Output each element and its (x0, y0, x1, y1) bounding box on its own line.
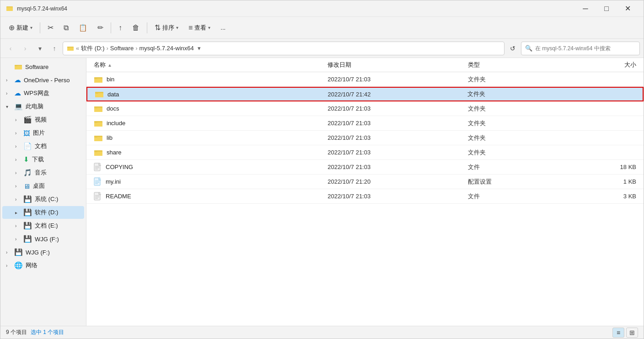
pictures-icon: 🖼 (23, 129, 30, 137)
main-content: Software › ☁ OneDrive - Perso › ☁ WPS网盘 … (0, 58, 644, 326)
address-path[interactable]: « 软件 (D:) › Software › mysql-5.7.24-winx… (63, 42, 504, 55)
file-date-data: 2022/10/7 21:42 (327, 91, 467, 98)
sidebar-item-music[interactable]: › 🎵 音乐 (2, 166, 84, 179)
path-part-1[interactable]: Software (110, 45, 134, 52)
minimize-button[interactable]: ─ (575, 1, 596, 16)
sidebar-item-system-c[interactable]: › 💾 系统 (C:) (2, 193, 84, 206)
chevron-icon-downloads: › (15, 157, 21, 162)
file-row-myini[interactable]: my.ini 2022/10/7 21:20 配置设置 1 KB (86, 175, 644, 189)
file-row-readme[interactable]: README 2022/10/7 21:03 文件 3 KB (86, 189, 644, 204)
chevron-icon-pc: ▾ (6, 104, 11, 109)
file-type-readme: 文件 (468, 192, 561, 201)
documents-icon: 📄 (23, 142, 32, 150)
search-box[interactable]: 🔍 (521, 42, 640, 55)
paste-button[interactable]: 📋 (74, 21, 92, 34)
file-name-readme: README (94, 192, 327, 201)
path-dropdown-chevron[interactable]: ▾ (198, 45, 201, 52)
recent-locations-button[interactable]: ▾ (33, 42, 46, 55)
sidebar-item-network[interactable]: › 🌐 网络 (2, 259, 84, 272)
folder-icon-bin (94, 75, 103, 84)
window-icon (6, 5, 13, 12)
file-name-copying: COPYING (94, 163, 327, 172)
sidebar-label-video: 视频 (35, 116, 80, 124)
sidebar-item-software[interactable]: Software (2, 60, 84, 73)
sidebar-item-onedrive[interactable]: › ☁ OneDrive - Perso (2, 74, 84, 86)
sidebar: Software › ☁ OneDrive - Perso › ☁ WPS网盘 … (0, 58, 86, 326)
file-type-data: 文件夹 (467, 90, 561, 98)
sidebar-item-docs-e[interactable]: › 💾 文档 (E:) (2, 219, 84, 232)
sidebar-label-wjg-f2: WJG (F:) (26, 249, 80, 256)
cut-icon: ✂ (48, 23, 54, 32)
sidebar-item-pictures[interactable]: › 🖼 图片 (2, 127, 84, 139)
more-button[interactable]: ... (216, 22, 230, 33)
folder-icon (14, 63, 22, 70)
file-date-copying: 2022/10/7 21:03 (327, 164, 468, 170)
search-input[interactable] (535, 45, 636, 52)
svg-rect-4 (67, 47, 70, 48)
sidebar-item-wps[interactable]: › ☁ WPS网盘 (2, 87, 84, 100)
copy-icon: ⧉ (64, 24, 69, 32)
refresh-button[interactable]: ↺ (506, 42, 519, 55)
share-button[interactable]: ↑ (114, 21, 127, 34)
close-button[interactable]: ✕ (617, 1, 638, 16)
file-name-data: data (95, 90, 327, 98)
list-view-button[interactable]: ≡ (612, 328, 624, 338)
sidebar-item-pc[interactable]: ▾ 💻 此电脑 (2, 100, 84, 113)
grid-view-button[interactable]: ⊞ (626, 328, 638, 338)
chevron-icon-onedrive: › (6, 78, 11, 83)
file-list: 名称 ▲ 修改日期 类型 大小 (86, 58, 644, 326)
file-date-readme: 2022/10/7 21:03 (327, 193, 468, 200)
drive-c-icon: 💾 (23, 195, 32, 203)
path-part-0[interactable]: 软件 (D:) (81, 44, 104, 53)
window-controls: ─ □ ✕ (575, 1, 638, 16)
header-size[interactable]: 大小 (561, 61, 636, 69)
pc-icon: 💻 (14, 102, 23, 111)
drive-e-icon: 💾 (23, 222, 32, 230)
sidebar-item-desktop[interactable]: › 🖥 桌面 (2, 180, 84, 192)
file-name-lib: lib (94, 134, 327, 142)
forward-button[interactable]: › (19, 42, 32, 55)
new-button[interactable]: ⊕ 新建 ▾ (4, 21, 37, 34)
cut-button[interactable]: ✂ (43, 21, 58, 34)
back-button[interactable]: ‹ (4, 42, 17, 55)
folder-icon-docs (94, 105, 103, 113)
sidebar-label-downloads: 下载 (32, 155, 80, 164)
svg-rect-15 (94, 108, 102, 112)
sidebar-label-wjg-f1: WJG (F:) (35, 236, 80, 243)
copy-button[interactable]: ⧉ (59, 21, 73, 34)
sidebar-item-downloads[interactable]: › ⬇ 下载 (2, 153, 84, 166)
delete-button[interactable]: 🗑 (128, 21, 144, 34)
rename-button[interactable]: ✏ (93, 21, 108, 34)
file-row-share[interactable]: share 2022/10/7 21:03 文件夹 (86, 145, 644, 160)
view-button[interactable]: ≡ 查看 ▾ (184, 21, 215, 34)
chevron-icon-pictures: › (15, 131, 21, 136)
drive-f1-icon: 💾 (23, 235, 32, 243)
chevron-icon-software-d: ▸ (15, 210, 21, 215)
file-row-copying[interactable]: COPYING 2022/10/7 21:03 文件 18 KB (86, 160, 644, 175)
file-row-data[interactable]: data 2022/10/7 21:42 文件夹 (86, 87, 644, 101)
sidebar-item-video[interactable]: › 🎬 视频 (2, 113, 84, 126)
sidebar-label-wps: WPS网盘 (24, 89, 80, 97)
file-row-docs[interactable]: docs 2022/10/7 21:03 文件夹 (86, 101, 644, 116)
svg-rect-3 (67, 48, 74, 51)
header-name[interactable]: 名称 ▲ (94, 61, 327, 69)
up-button[interactable]: ↑ (48, 42, 61, 55)
file-name-include: include (94, 119, 327, 127)
sidebar-item-software-d[interactable]: ▸ 💾 软件 (D:) (2, 206, 84, 219)
chevron-icon-network: › (6, 263, 11, 268)
sidebar-label-system-c: 系统 (C:) (35, 195, 80, 203)
sidebar-item-wjg-f1[interactable]: › 💾 WJG (F:) (2, 233, 84, 245)
maximize-button[interactable]: □ (596, 1, 617, 16)
header-date[interactable]: 修改日期 (327, 61, 468, 69)
file-size-copying: 18 KB (561, 164, 636, 170)
file-row-include[interactable]: include 2022/10/7 21:03 文件夹 (86, 116, 644, 131)
header-type[interactable]: 类型 (468, 61, 561, 69)
file-row-bin[interactable]: bin 2022/10/7 21:03 文件夹 (86, 72, 644, 87)
sidebar-item-documents[interactable]: › 📄 文档 (2, 140, 84, 153)
file-row-lib[interactable]: lib 2022/10/7 21:03 文件夹 (86, 131, 644, 145)
sort-label: 排序 (162, 24, 174, 32)
path-part-2[interactable]: mysql-5.7.24-winx64 (140, 45, 194, 52)
view-icon: ≡ (188, 24, 193, 32)
sort-button[interactable]: ⇅ 排序 ▾ (150, 21, 183, 34)
sidebar-item-wjg-f2[interactable]: › 💾 WJG (F:) (2, 246, 84, 259)
